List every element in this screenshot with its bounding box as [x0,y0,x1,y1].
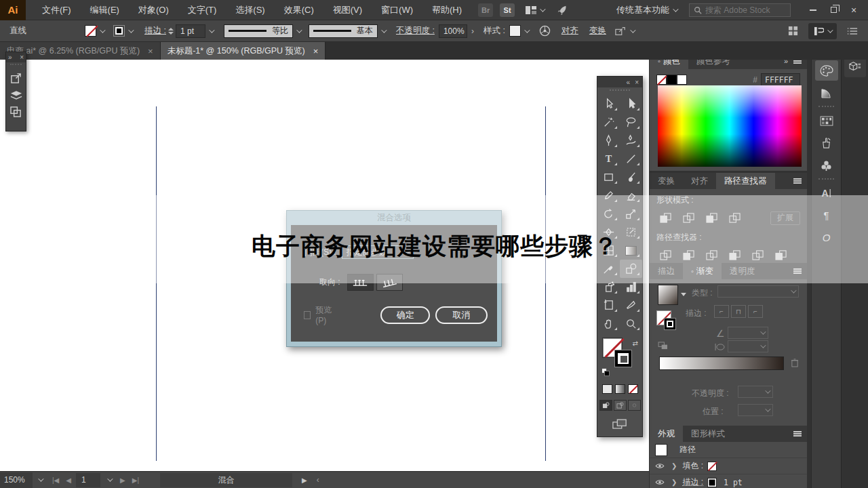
stroke-along-icon[interactable]: ⊓ [731,305,746,318]
paintbrush-tool[interactable] [620,168,642,186]
swap-fill-stroke-icon[interactable]: ⇄ [633,340,638,347]
stroke-within-icon[interactable]: ⌐ [714,305,729,318]
status-back-icon[interactable]: ‹ [317,475,319,485]
pathfinder-button-0[interactable] [656,248,675,262]
menu-item-5[interactable]: 效果(C) [275,0,323,20]
dock-grid-icon[interactable] [783,23,803,39]
free-transform-tool[interactable] [620,223,642,241]
menu-item-3[interactable]: 文字(T) [178,0,226,20]
zoom-tool[interactable] [620,314,642,333]
brush-definition-dropdown[interactable]: 基本 [309,24,378,38]
color-button[interactable] [602,384,612,394]
stroke-across-icon[interactable]: ⌐ [748,305,763,318]
menu-item-8[interactable]: 帮助(H) [422,0,471,20]
appearance-item-row[interactable]: 路径 [650,442,807,458]
status-tool-indicator[interactable]: 混合 [160,473,292,487]
gradient-opacity-dropdown[interactable] [738,386,773,398]
selection-tool[interactable] [620,95,642,113]
shape-mode-button-2[interactable] [703,211,721,225]
hex-value-field[interactable]: FFFFFF [761,73,800,86]
line-segment-tool[interactable] [620,150,642,168]
pathfinder-button-3[interactable] [726,248,744,262]
rectangle-tool[interactable] [597,168,620,186]
white-color-swatch[interactable] [677,75,687,85]
stroke-swatch[interactable] [113,25,125,37]
close-button[interactable]: × [844,1,864,19]
preview-checkbox[interactable] [304,311,311,319]
tab-pathfinder-1[interactable]: 对齐 [683,173,716,189]
eyedropper-tool[interactable] [597,260,620,278]
curvature-tool[interactable] [620,131,642,150]
pathfinder-button-2[interactable] [703,248,721,262]
default-fill-stroke-icon[interactable] [601,368,610,376]
shaper-tool[interactable] [597,186,620,205]
hand-tool[interactable] [597,314,620,333]
layers-icon[interactable] [6,90,26,100]
delete-stop-icon[interactable] [791,358,799,367]
tab-gradient-2[interactable]: 透明度 [722,263,764,279]
blend-tool[interactable] [620,260,642,278]
shape-mode-button-1[interactable] [679,211,698,225]
artboards-icon[interactable] [6,106,26,117]
zoom-level-field[interactable]: 150% [0,472,33,488]
fill-chevron-icon[interactable] [100,27,105,33]
tab-appearance-1[interactable]: 图形样式 [683,426,733,442]
restore-button[interactable] [823,1,844,19]
panel-menu-icon[interactable] [793,268,802,274]
expand-button[interactable]: 扩展 [770,211,800,225]
tools-grip[interactable] [610,89,630,93]
prev-artboard-icon[interactable]: ◀ [66,476,71,484]
stroke-weight-label[interactable]: 描边 : [144,25,166,37]
libraries-cube-icon[interactable] [844,57,866,77]
tab-gradient-1[interactable]: 渐变 [683,263,722,279]
lasso-tool[interactable] [620,113,642,131]
fill-swatch[interactable] [85,25,96,37]
opacity-expand-icon[interactable]: › [471,26,474,36]
gradient-slider[interactable] [659,357,784,370]
symbol-sprayer-tool[interactable] [597,278,620,296]
shape-mode-button-3[interactable] [726,211,744,225]
blend-path-right[interactable] [545,106,546,461]
next-artboard-icon[interactable]: ▶ [120,476,125,484]
screen-mode-icon[interactable] [597,419,642,430]
blend-path-left[interactable] [156,106,157,461]
scale-tool[interactable] [620,205,642,223]
draw-behind-button[interactable] [614,400,627,411]
opentype-icon[interactable]: O [815,228,838,248]
expand-panel-icon[interactable]: » [8,54,12,61]
paragraph-icon[interactable]: ¶ [815,205,838,226]
menu-item-0[interactable]: 文件(F) [33,0,81,20]
close-tools-icon[interactable]: × [635,79,639,86]
artboard-number-field[interactable]: 1 [76,473,100,487]
draw-inside-button[interactable] [628,400,641,411]
align-to-page-button[interactable] [347,274,374,291]
close-panel-icon[interactable]: × [20,54,24,61]
visibility-eye-icon[interactable] [655,463,665,469]
pathfinder-button-5[interactable] [772,248,790,262]
search-adobe-stock[interactable] [689,3,791,17]
export-icon[interactable] [6,73,26,84]
magic-wand-tool[interactable] [597,113,620,131]
swatches-icon[interactable] [815,110,838,131]
panel-menu-icon[interactable] [793,431,802,436]
none-color-swatch[interactable] [656,75,667,85]
style-chevron-icon[interactable] [524,27,530,33]
cancel-button[interactable]: 取消 [435,306,488,324]
tab-close-icon[interactable]: × [313,46,319,56]
eraser-tool[interactable] [620,186,642,205]
artboard-tool[interactable] [597,296,620,314]
search-input[interactable] [705,5,783,15]
gradient-position-dropdown[interactable] [738,404,773,416]
expand-caret-icon[interactable]: ❯ [671,479,677,486]
gradient-tool[interactable] [620,241,642,260]
tab-pathfinder-0[interactable]: 变换 [650,173,683,189]
character-icon[interactable]: A [815,183,838,203]
fill-none-mini-swatch[interactable] [707,462,717,471]
stroke-black-swatch[interactable] [614,350,632,367]
menu-list-icon[interactable] [842,23,863,39]
gradient-fan-icon[interactable] [815,83,838,103]
color-spectrum[interactable] [658,85,802,167]
panel-menu-icon[interactable] [793,178,802,184]
tab-appearance-0[interactable]: 外观 [650,426,683,442]
properties-panel-icon[interactable] [808,23,837,39]
